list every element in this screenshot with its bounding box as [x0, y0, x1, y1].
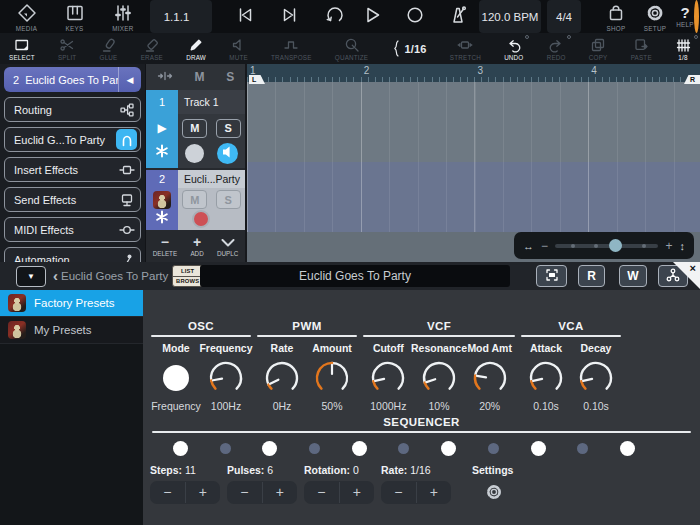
tool-erase[interactable]: ERASE [141, 36, 163, 61]
autoscroll-icon[interactable] [157, 68, 173, 87]
rotation-decrement-button[interactable]: − [304, 482, 339, 503]
tool-draw[interactable]: DRAW [186, 36, 206, 61]
media-button[interactable]: MEDIA [4, 0, 49, 33]
frequency-knob[interactable] [205, 357, 247, 399]
tool-quantize[interactable]: QUANTIZE [335, 36, 368, 61]
inspector-item-insert-effects[interactable]: Insert Effects [4, 157, 141, 182]
cycle-button[interactable] [321, 0, 349, 33]
tool-grid[interactable]: 1/8 [675, 36, 691, 61]
tool-transpose[interactable]: TRANSPOSE [271, 36, 312, 61]
seq-step-2-inactive[interactable] [220, 443, 231, 454]
track-row-1[interactable]: 1 Track 1 ▶ M S [146, 90, 245, 168]
rotation-increment-button[interactable]: + [339, 482, 375, 503]
track1-mute-button[interactable]: M [182, 119, 207, 138]
freeze-icon[interactable] [155, 144, 169, 162]
collapse-panel-button[interactable]: ▼ [16, 266, 46, 287]
seq-step-5-active[interactable] [352, 441, 367, 456]
setup-button[interactable]: SETUP [637, 0, 673, 33]
resonance-knob[interactable] [418, 357, 460, 399]
amount-knob[interactable] [311, 357, 353, 399]
record-button[interactable] [401, 0, 429, 33]
forward-button[interactable] [276, 0, 304, 33]
tool-glue[interactable]: GLUE [100, 36, 118, 61]
rate-knob[interactable] [261, 357, 303, 399]
seq-step-8-inactive[interactable] [488, 443, 499, 454]
breadcrumb[interactable]: ‹ Euclid Goes To Party [53, 270, 168, 282]
track2-record-arm-button[interactable] [192, 210, 210, 228]
delete-track-button[interactable]: −DELETE [153, 236, 178, 257]
mod-amt-knob[interactable] [469, 357, 511, 399]
track1-solo-button[interactable]: S [216, 119, 241, 138]
track-row-2[interactable]: 2 Eucli...Party M S [146, 170, 245, 230]
inspector-item-automation[interactable]: Automation [4, 247, 141, 262]
automation-read-button[interactable]: R [578, 265, 605, 287]
pulses-increment-button[interactable]: + [262, 482, 298, 503]
global-solo-button[interactable]: S [226, 70, 234, 84]
shop-button[interactable]: SHOP [596, 0, 636, 33]
tool-copy[interactable]: COPY [589, 36, 608, 61]
metronome-button[interactable] [444, 0, 472, 33]
track-name[interactable]: Eucli...Party [178, 170, 245, 188]
tool-quantize-value[interactable]: 1/16 [391, 40, 426, 57]
list-browser-toggle[interactable]: LIST BROWS [172, 265, 203, 287]
seq-step-4-inactive[interactable] [309, 443, 320, 454]
duplicate-track-button[interactable]: DUPLC [217, 236, 238, 257]
add-track-button[interactable]: +ADD [190, 236, 203, 257]
inspector-item-send-effects[interactable]: Send Effects [4, 187, 141, 212]
seq-step-7-active[interactable] [441, 441, 456, 456]
rewind-button[interactable] [231, 0, 259, 33]
tool-split[interactable]: SPLIT [58, 36, 77, 61]
seq-step-11-active[interactable] [620, 441, 635, 456]
track1-lane[interactable] [247, 82, 700, 162]
tool-redo[interactable]: REDO [547, 36, 566, 61]
play-button[interactable] [358, 0, 386, 33]
track2-lane[interactable] [247, 162, 700, 232]
inspector-item-euclid-g-to-party[interactable]: Euclid G...To Party [4, 127, 141, 152]
seq-step-3-active[interactable] [262, 441, 277, 456]
keys-button[interactable]: KEYS [52, 0, 97, 33]
automation-write-button[interactable]: W [619, 265, 647, 287]
zoom-slider-thumb[interactable] [609, 239, 622, 252]
tool-stretch[interactable]: STRETCH [450, 36, 481, 61]
zoom-in-button[interactable]: + [665, 239, 672, 253]
seq-step-10-inactive[interactable] [577, 443, 588, 454]
mode-button[interactable] [155, 357, 197, 399]
seq-step-6-inactive[interactable] [398, 443, 409, 454]
arrange-timeline[interactable]: 1234 L R ↔ − + ↕ [245, 64, 700, 262]
cutoff-knob[interactable] [367, 357, 409, 399]
steps-decrement-button[interactable]: − [150, 482, 185, 503]
track-name[interactable]: Track 1 [178, 90, 245, 114]
inspector-item-midi-effects[interactable]: MIDI Effects [4, 217, 141, 242]
zoom-slider[interactable] [555, 244, 658, 248]
track1-record-arm-button[interactable] [185, 144, 204, 163]
mixer-button[interactable]: MIXER [100, 0, 146, 33]
pulses-decrement-button[interactable]: − [227, 482, 262, 503]
zoom-out-button[interactable]: − [541, 239, 548, 253]
horizontal-zoom-icon[interactable]: ↔ [523, 240, 534, 252]
tool-undo[interactable]: UNDO [504, 36, 523, 61]
freeze-icon[interactable] [155, 210, 169, 228]
seq-step-9-active[interactable] [531, 441, 546, 456]
attack-knob[interactable] [525, 357, 567, 399]
seq-step-1-active[interactable] [173, 441, 188, 456]
vertical-zoom-icon[interactable]: ↕ [680, 240, 686, 252]
tool-paste[interactable]: PASTE [631, 36, 652, 61]
instrument-avatar[interactable] [153, 191, 171, 209]
tool-mute[interactable]: MUTE [229, 36, 248, 61]
rate-decrement-button[interactable]: − [381, 482, 416, 503]
tool-select[interactable]: SELECT [9, 36, 35, 61]
preset-item-factory-presets[interactable]: Factory Presets [0, 290, 143, 317]
steps-increment-button[interactable]: + [185, 482, 221, 503]
timeline-ruler[interactable]: 1234 [247, 64, 700, 82]
global-mute-button[interactable]: M [194, 70, 204, 84]
expand-plugin-button[interactable] [536, 265, 567, 287]
tempo-display[interactable]: 120.0 BPM [479, 0, 541, 33]
rate-increment-button[interactable]: + [416, 482, 452, 503]
track2-mute-button[interactable]: M [182, 190, 207, 209]
track1-output-icon[interactable] [217, 143, 238, 164]
song-position-display[interactable]: 1.1.1 [150, 0, 212, 33]
settings-gear-icon[interactable] [484, 482, 504, 506]
time-signature-display[interactable]: 4/4 [547, 0, 581, 33]
collapse-inspector-button[interactable]: ◀ [118, 67, 141, 92]
track-monitor-icon[interactable]: ▶ [157, 121, 166, 135]
